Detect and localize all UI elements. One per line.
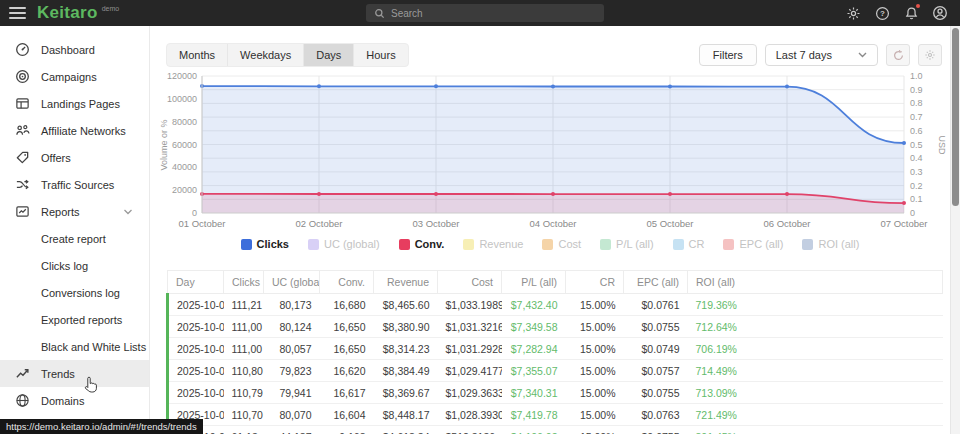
account-icon[interactable] <box>932 5 948 21</box>
cell-epc-all-: $0.0757 <box>624 360 688 382</box>
cell-cr: 15.00% <box>566 404 624 426</box>
cell-p-l-all-: $7,282.94 <box>502 338 566 360</box>
cell-uc-global-: 80,057 <box>264 338 320 360</box>
sidebar-item-exported-reports[interactable]: Exported reports <box>0 306 149 333</box>
gear-icon[interactable] <box>845 5 861 21</box>
sidebar-item-create-report[interactable]: Create report <box>0 225 149 252</box>
search-box[interactable] <box>366 4 604 22</box>
col-header-day[interactable]: Day <box>168 271 224 294</box>
legend-item-conv-[interactable]: Conv. <box>399 238 445 250</box>
chart-settings-button[interactable] <box>918 44 942 66</box>
col-header-roi-all-[interactable]: ROI (all) <box>688 271 943 294</box>
legend-item-epc-all-[interactable]: EPC (all) <box>723 238 783 250</box>
col-header-uc-global-[interactable]: UC (global) <box>264 271 320 294</box>
svg-text:USD: USD <box>937 135 947 155</box>
legend-item-p-l-all-[interactable]: P/L (all) <box>600 238 654 250</box>
cell-epc-all-: $0.0755 <box>624 316 688 338</box>
table-row[interactable]: 2025-10-04110,8079,82316,620$8,384.49$1,… <box>168 360 943 382</box>
tab-hours[interactable]: Hours <box>354 44 407 66</box>
chevron-down-icon <box>858 52 867 58</box>
bell-icon[interactable] <box>903 5 919 21</box>
date-range-select[interactable]: Last 7 days <box>765 44 878 66</box>
legend-item-uc-global-[interactable]: UC (global) <box>308 238 380 250</box>
table-row[interactable]: 2025-10-02111,0080,12416,650$8,380.90$1,… <box>168 316 943 338</box>
sidebar-item-offers[interactable]: Offers <box>0 144 149 171</box>
svg-text:0.1: 0.1 <box>910 194 923 204</box>
status-url-tooltip: https://demo.keitaro.io/admin/#!/trends/… <box>0 419 203 434</box>
notification-dot <box>916 4 920 8</box>
sidebar-item-black-and-white-lists[interactable]: Black and White Lists <box>0 333 149 360</box>
table-row[interactable]: 2025-10-0761,1344,1879,168$4,618.34$512.… <box>168 426 943 434</box>
search-input[interactable] <box>391 8 596 19</box>
tab-days[interactable]: Days <box>304 44 354 66</box>
tab-months[interactable]: Months <box>167 44 228 66</box>
legend-swatch <box>723 239 734 250</box>
col-header-cost[interactable]: Cost <box>438 271 502 294</box>
legend-item-revenue[interactable]: Revenue <box>463 238 523 250</box>
tab-weekdays[interactable]: Weekdays <box>228 44 304 66</box>
sidebar-item-clicks-log[interactable]: Clicks log <box>0 252 149 279</box>
reports-icon <box>14 204 30 220</box>
svg-text:0: 0 <box>192 208 197 218</box>
sidebar-item-campaigns[interactable]: Campaigns <box>0 63 149 90</box>
table-row[interactable]: 2025-10-05110,7979,94116,617$8,369.67$1,… <box>168 382 943 404</box>
legend-item-cost[interactable]: Cost <box>542 238 581 250</box>
svg-text:60000: 60000 <box>172 140 197 150</box>
svg-text:06 October: 06 October <box>764 218 811 229</box>
table-row[interactable]: 2025-10-03111,0080,05716,650$8,314.23$1,… <box>168 338 943 360</box>
hamburger-menu-icon[interactable] <box>9 7 26 19</box>
sidebar-item-conversions-log[interactable]: Conversions log <box>0 279 149 306</box>
toolbar-controls: Filters Last 7 days <box>699 44 942 66</box>
sidebar-item-dashboard[interactable]: Dashboard <box>0 36 149 63</box>
help-icon[interactable]: ? <box>874 5 890 21</box>
col-header-conv-[interactable]: Conv. <box>320 271 374 294</box>
sidebar-item-reports[interactable]: Reports <box>0 198 149 225</box>
svg-text:0.9: 0.9 <box>910 85 923 95</box>
table-row[interactable]: 2025-10-01111,2180,17316,680$8,465.60$1,… <box>168 294 943 316</box>
cell-clicks: 61,13 <box>224 426 264 434</box>
affiliate-icon <box>14 123 30 139</box>
svg-text:0.7: 0.7 <box>910 112 923 122</box>
sidebar-item-trends[interactable]: Trends <box>0 360 149 387</box>
sidebar-item-domains[interactable]: Domains <box>0 387 149 414</box>
cell-conv-: 9,168 <box>320 426 374 434</box>
col-header-p-l-all-[interactable]: P/L (all) <box>502 271 566 294</box>
legend-swatch <box>542 239 553 250</box>
cell-day: 2025-10-04 <box>168 360 224 382</box>
table-row[interactable]: 2025-10-06110,7080,07016,604$8,448.17$1,… <box>168 404 943 426</box>
legend-item-clicks[interactable]: Clicks <box>241 238 289 250</box>
sidebar-item-label: Reports <box>41 206 80 218</box>
cell-conv-: 16,650 <box>320 338 374 360</box>
traffic-icon <box>14 177 30 193</box>
col-header-clicks[interactable]: Clicks <box>224 271 264 294</box>
cell-cost: $1,029.4177 <box>438 360 502 382</box>
trends-chart[interactable]: 02000040000600008000010000012000000.10.2… <box>156 70 948 238</box>
sidebar-item-affiliate-networks[interactable]: Affiliate Networks <box>0 117 149 144</box>
cell-revenue: $8,369.67 <box>374 382 438 404</box>
filters-button[interactable]: Filters <box>699 44 757 66</box>
sidebar-item-traffic-sources[interactable]: Traffic Sources <box>0 171 149 198</box>
legend-item-roi-all-[interactable]: ROI (all) <box>802 238 859 250</box>
cell-cr: 15.00% <box>566 382 624 404</box>
sidebar-item-label: Affiliate Networks <box>41 125 126 137</box>
svg-text:07 October: 07 October <box>881 218 928 229</box>
sidebar-item-landings-pages[interactable]: Landings Pages <box>0 90 149 117</box>
legend-label: Cost <box>558 238 581 250</box>
refresh-button[interactable] <box>886 44 910 66</box>
brand-logo[interactable]: Keitaro <box>37 0 98 26</box>
col-header-epc-all-[interactable]: EPC (all) <box>624 271 688 294</box>
cell-cr: 15.00% <box>566 338 624 360</box>
vertical-scrollbar[interactable] <box>950 26 960 434</box>
period-tabs: MonthsWeekdaysDaysHours <box>166 43 409 67</box>
sidebar-item-label: Clicks log <box>41 260 88 272</box>
cell-epc-all-: $0.0763 <box>624 404 688 426</box>
cell-p-l-all-: $7,432.40 <box>502 294 566 316</box>
legend-label: Clicks <box>257 238 289 250</box>
cell-uc-global-: 79,941 <box>264 382 320 404</box>
svg-text:0.8: 0.8 <box>910 98 923 108</box>
legend-item-cr[interactable]: CR <box>673 238 705 250</box>
scrollbar-thumb[interactable] <box>952 28 959 206</box>
landings-icon <box>14 96 30 112</box>
col-header-cr[interactable]: CR <box>566 271 624 294</box>
col-header-revenue[interactable]: Revenue <box>374 271 438 294</box>
